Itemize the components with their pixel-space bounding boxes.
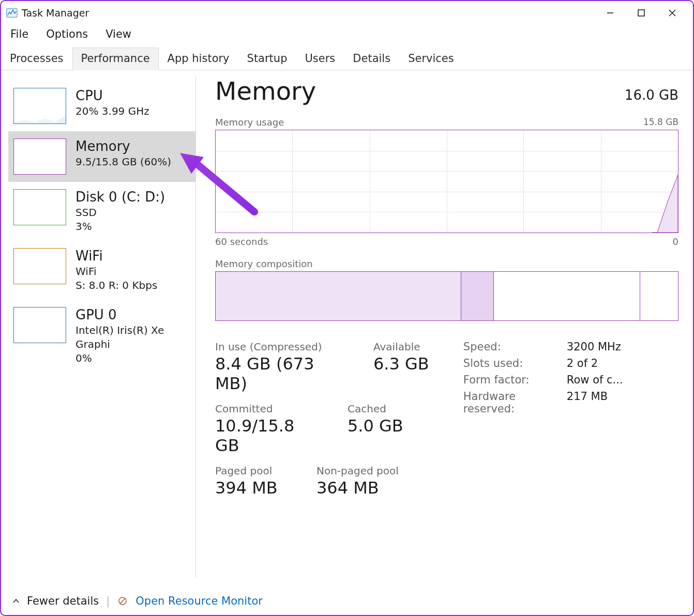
usage-axis-right: 0 [673,236,678,247]
window-title: Task Manager [22,7,89,19]
tab-services[interactable]: Services [399,48,463,70]
sidebar-cpu-title: CPU [76,88,149,103]
app-icon [6,7,18,19]
sidebar-memory-sub: 9.5/15.8 GB (60%) [76,155,171,169]
kv-hw-value: 217 MB [567,390,608,415]
sidebar-memory-title: Memory [76,138,171,154]
tab-strip: Processes Performance App history Startu… [1,48,693,70]
tab-details[interactable]: Details [344,48,399,70]
kv-speed-value: 3200 MHz [567,341,621,353]
wifi-thumb-icon [13,248,66,284]
kv-speed-label: Speed: [463,341,567,353]
stat-in-use-label: In use (Compressed) [215,341,350,353]
composition-free [640,272,678,320]
stat-cached-value: 5.0 GB [348,416,403,436]
memory-detail-pane: Memory 16.0 GB Memory usage 15.8 GB 60 s… [197,70,693,584]
sidebar-disk-title: Disk 0 (C: D:) [76,189,165,205]
menu-file[interactable]: File [10,28,28,40]
stat-in-use-value: 8.4 GB (673 MB) [215,354,350,393]
stat-available-label: Available [373,341,429,353]
sidebar-item-memory[interactable]: Memory 9.5/15.8 GB (60%) [8,131,196,182]
separator: | [106,595,110,607]
sidebar-wifi-title: WiFi [76,248,157,264]
usage-axis-left: 60 seconds [215,236,268,247]
usage-graph-max: 15.8 GB [643,117,678,128]
sidebar-gpu-sub2: 0% [76,351,191,365]
kv-form-value: Row of c... [567,374,623,386]
svg-line-6 [120,598,125,604]
composition-standby [494,272,640,320]
kv-slots-value: 2 of 2 [567,357,598,369]
memory-thumb-icon [13,138,66,175]
title-bar: Task Manager [1,1,693,25]
open-resource-monitor-link[interactable]: Open Resource Monitor [135,595,263,607]
sidebar-cpu-sub: 20% 3.99 GHz [76,104,149,118]
detail-total: 16.0 GB [625,87,678,103]
composition-in-use [216,272,461,320]
composition-modified [461,272,494,320]
memory-usage-graph[interactable] [215,130,678,233]
stat-committed-label: Committed [215,403,324,415]
cpu-thumb-icon [13,88,66,124]
stat-nonpaged-value: 364 MB [316,478,399,498]
kv-form-label: Form factor: [463,374,567,386]
stat-committed-value: 10.9/15.8 GB [215,416,324,455]
svg-rect-0 [7,9,17,18]
sidebar-item-disk[interactable]: Disk 0 (C: D:) SSD 3% [8,182,196,241]
disk-thumb-icon [13,189,66,225]
sidebar-disk-sub2: 3% [76,220,165,234]
bottom-bar: Fewer details | Open Resource Monitor [1,587,693,615]
kv-hw-label: Hardware reserved: [463,390,567,415]
menu-view[interactable]: View [105,28,131,40]
sidebar-item-gpu[interactable]: GPU 0 Intel(R) Iris(R) Xe Graphi 0% [8,300,196,373]
chevron-up-icon[interactable] [12,596,20,607]
tab-processes[interactable]: Processes [1,48,72,70]
sidebar-item-cpu[interactable]: CPU 20% 3.99 GHz [8,81,196,131]
sidebar-disk-sub1: SSD [76,206,165,220]
sidebar-wifi-sub1: WiFi [76,265,157,279]
stat-nonpaged-label: Non-paged pool [316,465,399,477]
sidebar-gpu-title: GPU 0 [76,307,191,322]
stat-paged-value: 394 MB [215,478,293,498]
tab-performance[interactable]: Performance [72,48,159,70]
memory-properties: Speed:3200 MHz Slots used:2 of 2 Form fa… [463,341,623,507]
stat-available-value: 6.3 GB [373,354,429,374]
close-button[interactable] [657,2,688,24]
menu-options[interactable]: Options [46,28,88,40]
performance-sidebar: CPU 20% 3.99 GHz Memory 9.5/15.8 GB (60%… [1,70,197,584]
tab-users[interactable]: Users [296,48,344,70]
tab-app-history[interactable]: App history [159,48,238,70]
sidebar-gpu-sub1: Intel(R) Iris(R) Xe Graphi [76,324,191,351]
fewer-details-button[interactable]: Fewer details [27,595,99,607]
composition-graph-label: Memory composition [215,258,313,269]
maximize-button[interactable] [626,2,657,24]
sidebar-item-wifi[interactable]: WiFi WiFi S: 8.0 R: 0 Kbps [8,241,196,300]
sidebar-wifi-sub2: S: 8.0 R: 0 Kbps [76,279,157,292]
svg-rect-2 [638,10,644,16]
gpu-thumb-icon [13,307,66,343]
stat-cached-label: Cached [348,403,403,415]
minimize-button[interactable] [595,2,626,24]
kv-slots-label: Slots used: [463,357,567,369]
menu-bar: File Options View [1,25,693,48]
detail-title: Memory [215,76,316,105]
resource-monitor-icon [117,595,128,607]
tab-startup[interactable]: Startup [238,48,296,70]
stat-paged-label: Paged pool [215,465,293,477]
usage-graph-label: Memory usage [215,117,284,128]
memory-composition-graph[interactable] [215,271,678,321]
